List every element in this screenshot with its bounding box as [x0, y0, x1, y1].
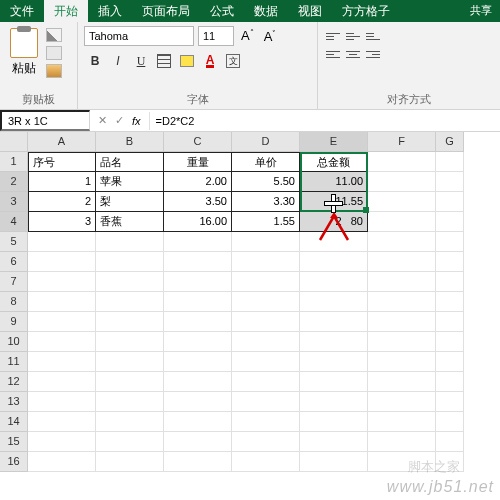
tab-fgz[interactable]: 方方格子 — [332, 0, 400, 22]
cell-B11[interactable] — [96, 352, 164, 372]
cell-E1[interactable]: 总金额 — [300, 152, 368, 172]
cell-E7[interactable] — [300, 272, 368, 292]
cell-A13[interactable] — [28, 392, 96, 412]
cell-A10[interactable] — [28, 332, 96, 352]
row-header-10[interactable]: 10 — [0, 332, 28, 352]
select-all-corner[interactable] — [0, 132, 28, 152]
cell-B5[interactable] — [96, 232, 164, 252]
cell-E10[interactable] — [300, 332, 368, 352]
cell-D8[interactable] — [232, 292, 300, 312]
cell-D16[interactable] — [232, 452, 300, 472]
cell-G7[interactable] — [436, 272, 464, 292]
cell-E2[interactable]: 11.00 — [300, 172, 368, 192]
format-painter-icon[interactable] — [46, 64, 62, 78]
cell-A1[interactable]: 序号 — [28, 152, 96, 172]
tab-data[interactable]: 数据 — [244, 0, 288, 22]
cell-B16[interactable] — [96, 452, 164, 472]
cell-D13[interactable] — [232, 392, 300, 412]
tab-view[interactable]: 视图 — [288, 0, 332, 22]
align-center-button[interactable] — [344, 46, 362, 62]
confirm-icon[interactable]: ✓ — [115, 114, 124, 127]
cell-G9[interactable] — [436, 312, 464, 332]
cell-F2[interactable] — [368, 172, 436, 192]
cell-B2[interactable]: 苹果 — [96, 172, 164, 192]
row-header-16[interactable]: 16 — [0, 452, 28, 472]
cell-G11[interactable] — [436, 352, 464, 372]
cell-B12[interactable] — [96, 372, 164, 392]
cell-E6[interactable] — [300, 252, 368, 272]
cell-A3[interactable]: 2 — [28, 192, 96, 212]
copy-icon[interactable] — [46, 46, 62, 60]
cell-E16[interactable] — [300, 452, 368, 472]
cell-E13[interactable] — [300, 392, 368, 412]
borders-button[interactable] — [153, 50, 175, 72]
cell-D14[interactable] — [232, 412, 300, 432]
cell-G8[interactable] — [436, 292, 464, 312]
col-header-A[interactable]: A — [28, 132, 96, 152]
cell-E4[interactable]: 2 80 — [300, 212, 368, 232]
cell-F6[interactable] — [368, 252, 436, 272]
col-header-E[interactable]: E — [300, 132, 368, 152]
cell-A8[interactable] — [28, 292, 96, 312]
formula-input[interactable]: =D2*C2 — [149, 112, 500, 130]
cell-E3[interactable]: 11.55 — [300, 192, 368, 212]
share-button[interactable]: 共享 — [462, 0, 500, 22]
cell-F5[interactable] — [368, 232, 436, 252]
row-header-9[interactable]: 9 — [0, 312, 28, 332]
font-size-input[interactable] — [198, 26, 234, 46]
cell-B3[interactable]: 梨 — [96, 192, 164, 212]
row-header-1[interactable]: 1 — [0, 152, 28, 172]
cell-C6[interactable] — [164, 252, 232, 272]
row-header-2[interactable]: 2 — [0, 172, 28, 192]
underline-button[interactable]: U — [130, 50, 152, 72]
row-header-4[interactable]: 4 — [0, 212, 28, 232]
font-color-button[interactable]: A — [199, 50, 221, 72]
cell-D4[interactable]: 1.55 — [232, 212, 300, 232]
cell-G6[interactable] — [436, 252, 464, 272]
cell-F13[interactable] — [368, 392, 436, 412]
cell-C11[interactable] — [164, 352, 232, 372]
cell-A7[interactable] — [28, 272, 96, 292]
cell-A11[interactable] — [28, 352, 96, 372]
cell-D12[interactable] — [232, 372, 300, 392]
col-header-G[interactable]: G — [436, 132, 464, 152]
cell-C5[interactable] — [164, 232, 232, 252]
align-top-button[interactable] — [324, 28, 342, 44]
cell-E12[interactable] — [300, 372, 368, 392]
cell-G1[interactable] — [436, 152, 464, 172]
align-left-button[interactable] — [324, 46, 342, 62]
cell-C14[interactable] — [164, 412, 232, 432]
cell-F8[interactable] — [368, 292, 436, 312]
cell-D5[interactable] — [232, 232, 300, 252]
cell-D6[interactable] — [232, 252, 300, 272]
cell-C3[interactable]: 3.50 — [164, 192, 232, 212]
cell-F12[interactable] — [368, 372, 436, 392]
align-middle-button[interactable] — [344, 28, 362, 44]
cell-A14[interactable] — [28, 412, 96, 432]
col-header-C[interactable]: C — [164, 132, 232, 152]
cell-A9[interactable] — [28, 312, 96, 332]
paste-button[interactable]: 粘贴 — [6, 26, 42, 79]
tab-formulas[interactable]: 公式 — [200, 0, 244, 22]
cell-C2[interactable]: 2.00 — [164, 172, 232, 192]
increase-font-icon[interactable]: A˄ — [238, 28, 257, 43]
cell-F11[interactable] — [368, 352, 436, 372]
cell-B13[interactable] — [96, 392, 164, 412]
name-box[interactable] — [0, 110, 90, 131]
cell-G14[interactable] — [436, 412, 464, 432]
cancel-icon[interactable]: ✕ — [98, 114, 107, 127]
cell-G13[interactable] — [436, 392, 464, 412]
cell-A6[interactable] — [28, 252, 96, 272]
row-header-13[interactable]: 13 — [0, 392, 28, 412]
tab-file[interactable]: 文件 — [0, 0, 44, 22]
cell-C9[interactable] — [164, 312, 232, 332]
cell-F1[interactable] — [368, 152, 436, 172]
row-header-6[interactable]: 6 — [0, 252, 28, 272]
decrease-font-icon[interactable]: A˅ — [261, 29, 280, 44]
cell-C7[interactable] — [164, 272, 232, 292]
row-header-15[interactable]: 15 — [0, 432, 28, 452]
row-header-12[interactable]: 12 — [0, 372, 28, 392]
cell-E11[interactable] — [300, 352, 368, 372]
cell-A4[interactable]: 3 — [28, 212, 96, 232]
cell-C13[interactable] — [164, 392, 232, 412]
